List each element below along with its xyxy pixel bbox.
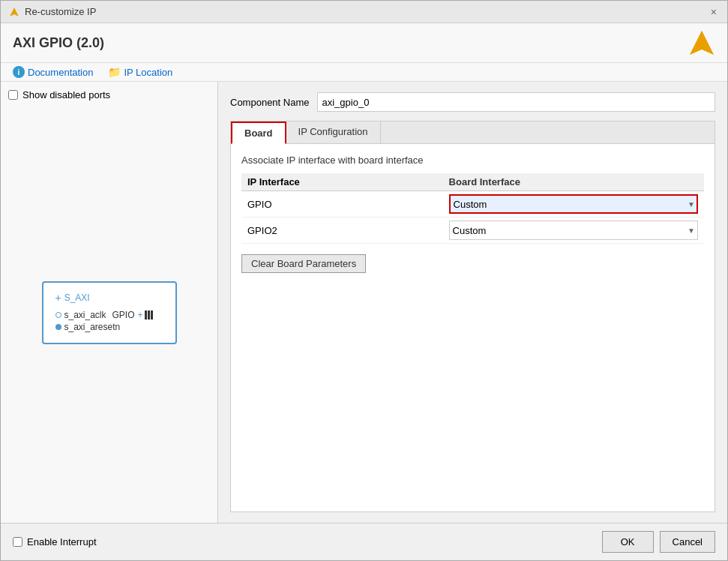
table-header-row: IP Interface Board Interface	[241, 173, 704, 191]
documentation-label: Documentation	[28, 67, 93, 78]
folder-icon: 📁	[108, 66, 121, 78]
title-bar-icon	[8, 6, 20, 18]
tab-board[interactable]: Board	[231, 122, 286, 144]
info-icon: i	[13, 66, 25, 78]
show-disabled-label: Show disabled ports	[22, 89, 110, 100]
bar-icon	[145, 310, 153, 320]
title-bar: Re-customize IP ×	[1, 1, 727, 23]
right-panel: Component Name Board IP Configuration As…	[218, 82, 727, 523]
vivado-logo	[688, 29, 715, 56]
header-bar: AXI GPIO (2.0)	[1, 23, 727, 63]
main-content: Show disabled ports + S_AXI s_axi_aclk G…	[1, 82, 727, 523]
ip-interface-cell-1: GPIO2	[241, 218, 443, 244]
enable-interrupt-label: Enable Interrupt	[27, 536, 97, 548]
bar-line-3	[151, 310, 153, 320]
block-title-label: S_AXI	[64, 292, 90, 303]
enable-interrupt-row: Enable Interrupt	[13, 536, 97, 548]
port-dot-1	[55, 312, 61, 318]
cancel-button[interactable]: Cancel	[660, 531, 715, 553]
svg-marker-0	[10, 8, 19, 16]
interface-table: IP Interface Board Interface GPIOCustomg…	[241, 173, 704, 244]
ip-interface-cell-0: GPIO	[241, 191, 443, 218]
dropdown-wrapper-1: Customgpio_swgpio_ledgpio_btn▼	[449, 220, 698, 240]
block-title: + S_AXI	[55, 292, 163, 304]
tabs-container: Board IP Configuration Associate IP inte…	[230, 121, 715, 512]
board-interface-cell-0: Customgpio_swgpio_ledgpio_btn▼	[443, 191, 704, 218]
window-title: Re-customize IP	[25, 6, 96, 17]
gpio-plus: +	[138, 310, 143, 320]
associate-text: Associate IP interface with board interf…	[241, 154, 704, 166]
show-disabled-checkbox[interactable]	[8, 90, 18, 100]
component-name-label: Component Name	[230, 97, 310, 108]
close-button[interactable]: ×	[708, 6, 720, 18]
block-port-2-label: s_axi_aresetn	[64, 322, 121, 332]
block-row-1: s_axi_aclk GPIO +	[55, 310, 163, 320]
col-board-interface: Board Interface	[443, 173, 704, 191]
board-interface-cell-1: Customgpio_swgpio_ledgpio_btn▼	[443, 218, 704, 244]
table-row: GPIOCustomgpio_swgpio_ledgpio_btn▼	[241, 191, 704, 218]
tabs-header: Board IP Configuration	[230, 121, 715, 144]
board-interface-dropdown-1[interactable]: Customgpio_swgpio_ledgpio_btn	[449, 220, 698, 240]
port-dot-2	[55, 324, 61, 330]
main-window: Re-customize IP × AXI GPIO (2.0) i Docum…	[0, 0, 728, 561]
left-panel: Show disabled ports + S_AXI s_axi_aclk G…	[1, 82, 218, 523]
documentation-link[interactable]: i Documentation	[13, 66, 93, 78]
app-title: AXI GPIO (2.0)	[13, 35, 104, 51]
bar-line-1	[145, 310, 147, 320]
table-row: GPIO2Customgpio_swgpio_ledgpio_btn▼	[241, 218, 704, 244]
nav-bar: i Documentation 📁 IP Location	[1, 63, 727, 82]
block-row-2: s_axi_aresetn	[55, 322, 163, 332]
footer-area: Enable Interrupt OK Cancel	[1, 523, 727, 560]
bar-line-2	[148, 310, 150, 320]
enable-interrupt-checkbox[interactable]	[13, 537, 22, 547]
ip-location-label: IP Location	[124, 67, 172, 78]
tab-ip-config[interactable]: IP Configuration	[286, 122, 381, 143]
footer-buttons: OK Cancel	[602, 531, 715, 553]
ip-location-link[interactable]: 📁 IP Location	[108, 66, 172, 78]
title-bar-left: Re-customize IP	[8, 6, 96, 18]
component-name-input[interactable]	[317, 92, 716, 112]
tab-board-content: Associate IP interface with board interf…	[230, 144, 715, 512]
board-interface-dropdown-0[interactable]: Customgpio_swgpio_ledgpio_btn	[449, 194, 698, 214]
ok-button[interactable]: OK	[602, 531, 654, 553]
diagram-area: + S_AXI s_axi_aclk GPIO +	[8, 110, 210, 515]
component-name-row: Component Name	[230, 92, 715, 112]
svg-marker-1	[690, 31, 714, 55]
col-ip-interface: IP Interface	[241, 173, 443, 191]
block-diagram: + S_AXI s_axi_aclk GPIO +	[42, 281, 177, 344]
block-port-1-label: s_axi_aclk	[64, 310, 106, 320]
show-disabled-row: Show disabled ports	[8, 89, 210, 100]
gpio-label: GPIO	[112, 310, 135, 320]
dropdown-wrapper-0: Customgpio_swgpio_ledgpio_btn▼	[449, 194, 698, 214]
clear-board-params-button[interactable]: Clear Board Parameters	[241, 254, 366, 273]
block-plus-icon: +	[55, 292, 61, 304]
